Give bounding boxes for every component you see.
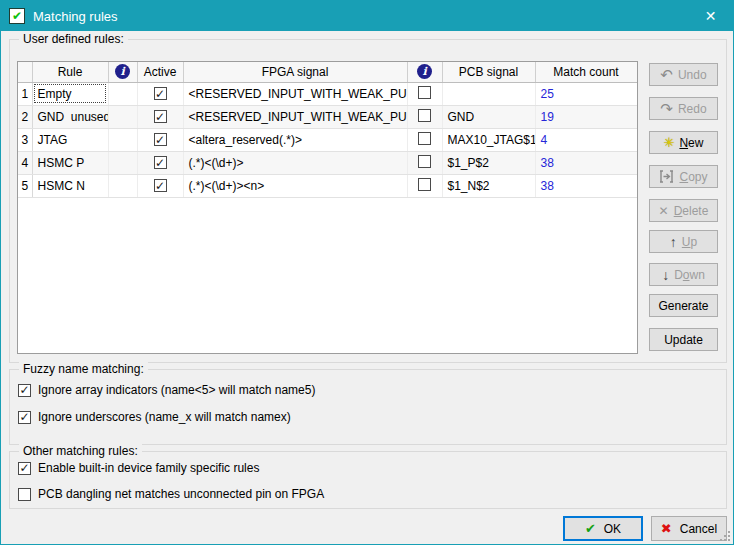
checkbox-label: PCB dangling net matches unconnected pin…	[38, 487, 324, 501]
cell-match-count: 38	[535, 151, 637, 174]
window-title: Matching rules	[33, 9, 118, 24]
checkbox-enable-builtin-rules[interactable]: ✓ Enable built-in device family specific…	[18, 461, 259, 475]
new-icon: ✳	[664, 136, 675, 149]
row-number: 5	[18, 174, 32, 197]
checkbox-box	[18, 488, 31, 501]
cell-fpga-signal[interactable]: (.*)<(\d+)>	[183, 151, 407, 174]
cell-fpga-signal[interactable]: <RESERVED_INPUT_WITH_WEAK_PULLUP>	[183, 105, 407, 128]
cell-match-count: 38	[535, 174, 637, 197]
cell-pcb-signal[interactable]: $1_N$2	[442, 174, 535, 197]
dialog-body: User defined rules: Rule i Active FPGA s…	[1, 31, 733, 544]
checkbox-box: ✓	[18, 411, 31, 424]
col-header-match-count: Match count	[535, 62, 637, 82]
cell-rule-info	[108, 82, 137, 105]
fpga-option-checkbox[interactable]	[407, 128, 442, 151]
table-row: 1 Empty ✓ <RESERVED_INPUT_WITH_WEAK_PULL…	[18, 82, 637, 105]
group-fuzzy-label: Fuzzy name matching:	[19, 362, 148, 376]
cell-pcb-signal[interactable]: $1_P$2	[442, 151, 535, 174]
table-row: 2 GND unused ✓ <RESERVED_INPUT_WITH_WEAK…	[18, 105, 637, 128]
cell-pcb-signal[interactable]	[442, 82, 535, 105]
ok-button[interactable]: ✔ OK	[563, 516, 643, 541]
active-checkbox[interactable]: ✓	[137, 151, 183, 174]
group-fuzzy-name-matching: Fuzzy name matching: ✓ Ignore array indi…	[9, 369, 727, 445]
info-icon: i	[115, 64, 130, 79]
cell-pcb-signal[interactable]: MAX10_JTAG$1	[442, 128, 535, 151]
close-icon[interactable]: ✕	[688, 1, 733, 31]
matching-rules-dialog: ✔ Matching rules ✕ User defined rules: R…	[0, 0, 734, 545]
resize-grip[interactable]	[719, 530, 731, 542]
redo-button: ↷ Redo	[649, 97, 718, 120]
info-icon: i	[417, 64, 432, 79]
cell-rule[interactable]: HSMC N	[32, 174, 108, 197]
down-arrow-icon: ↓	[662, 268, 669, 282]
undo-icon: ↶	[660, 67, 673, 82]
active-checkbox[interactable]: ✓	[137, 174, 183, 197]
col-header-fpga-signal: FPGA signal	[183, 62, 407, 82]
row-number: 1	[18, 82, 32, 105]
active-checkbox[interactable]: ✓	[137, 128, 183, 151]
checkbox-box: ✓	[18, 384, 31, 397]
cell-rule-info	[108, 151, 137, 174]
cell-rule[interactable]: JTAG	[32, 128, 108, 151]
col-header-rule: Rule	[32, 62, 108, 82]
cell-rule[interactable]: Empty	[32, 82, 108, 105]
cancel-button[interactable]: ✖ Cancel	[651, 516, 727, 541]
cell-pcb-signal[interactable]: GND	[442, 105, 535, 128]
rules-table: Rule i Active FPGA signal i PCB signal M…	[17, 61, 638, 354]
group-user-defined-rules-label: User defined rules:	[19, 32, 128, 46]
cell-fpga-signal[interactable]: (.*)<(\d+)><n>	[183, 174, 407, 197]
delete-button: ✕ Delete	[649, 199, 718, 222]
active-checkbox[interactable]: ✓	[137, 105, 183, 128]
new-button[interactable]: ✳ New	[649, 131, 718, 154]
checkbox-label: Ignore array indicators (name<5> will ma…	[38, 383, 315, 397]
col-header-pcb-signal: PCB signal	[442, 62, 535, 82]
fpga-option-checkbox[interactable]	[407, 151, 442, 174]
table-row: 4 HSMC P ✓ (.*)<(\d+)> $1_P$2 38	[18, 151, 637, 174]
table-header-row: Rule i Active FPGA signal i PCB signal M…	[18, 62, 637, 82]
up-button: ↑ Up	[649, 230, 718, 253]
table-row: 3 JTAG ✓ <altera_reserved(.*)> MAX10_JTA…	[18, 128, 637, 151]
copy-button: Copy	[649, 165, 718, 188]
cell-rule[interactable]: HSMC P	[32, 151, 108, 174]
titlebar[interactable]: ✔ Matching rules ✕	[1, 1, 733, 31]
row-number: 4	[18, 151, 32, 174]
fpga-option-checkbox[interactable]	[407, 174, 442, 197]
fpga-info-icon[interactable]: i	[407, 62, 442, 82]
group-other-label: Other matching rules:	[19, 444, 142, 458]
col-header-active: Active	[137, 62, 183, 82]
row-number: 3	[18, 128, 32, 151]
cell-rule-info	[108, 105, 137, 128]
cell-match-count: 4	[535, 128, 637, 151]
checkbox-ignore-underscores[interactable]: ✓ Ignore underscores (name_x will match …	[18, 410, 291, 424]
app-icon: ✔	[9, 8, 25, 24]
cell-match-count: 25	[535, 82, 637, 105]
cell-rule-info	[108, 174, 137, 197]
fpga-option-checkbox[interactable]	[407, 105, 442, 128]
row-number: 2	[18, 105, 32, 128]
checkbox-label: Ignore underscores (name_x will match na…	[38, 410, 291, 424]
checkbox-label: Enable built-in device family specific r…	[38, 461, 259, 475]
fpga-option-checkbox[interactable]	[407, 82, 442, 105]
active-checkbox[interactable]: ✓	[137, 82, 183, 105]
cell-rule[interactable]: GND unused	[32, 105, 108, 128]
generate-button[interactable]: Generate	[649, 294, 718, 317]
checkbox-pcb-dangling-net[interactable]: PCB dangling net matches unconnected pin…	[18, 487, 324, 501]
up-arrow-icon: ↑	[670, 235, 677, 249]
copy-icon	[659, 170, 674, 183]
undo-button: ↶ Undo	[649, 63, 718, 86]
cancel-x-icon: ✖	[661, 521, 672, 536]
cell-fpga-signal[interactable]: <altera_reserved(.*)>	[183, 128, 407, 151]
group-other-matching-rules: Other matching rules: ✓ Enable built-in …	[9, 451, 727, 509]
cell-rule-info	[108, 128, 137, 151]
checkbox-ignore-array-indicators[interactable]: ✓ Ignore array indicators (name<5> will …	[18, 383, 315, 397]
down-button: ↓ Down	[649, 263, 718, 286]
update-button[interactable]: Update	[649, 328, 718, 351]
rule-info-icon[interactable]: i	[108, 62, 137, 82]
delete-icon: ✕	[659, 205, 669, 217]
ok-check-icon: ✔	[585, 521, 596, 536]
col-header-rownum	[18, 62, 32, 82]
table-row: 5 HSMC N ✓ (.*)<(\d+)><n> $1_N$2 38	[18, 174, 637, 197]
cell-fpga-signal[interactable]: <RESERVED_INPUT_WITH_WEAK_PULLUP>	[183, 82, 407, 105]
cell-match-count: 19	[535, 105, 637, 128]
checkbox-box: ✓	[18, 462, 31, 475]
